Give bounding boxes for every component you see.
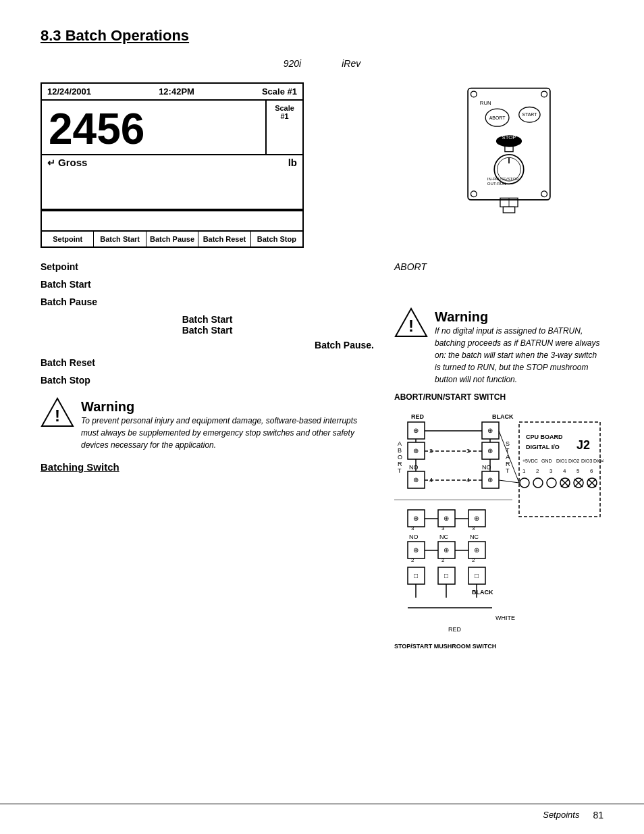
svg-text:+5VDC: +5VDC	[522, 459, 538, 463]
subtitle-irev: iRev	[342, 58, 360, 69]
right-column: RUN ABORT START STOP IN-PAUSE/STOP OUT-R…	[414, 82, 603, 248]
svg-text:GND: GND	[541, 459, 552, 463]
abort-label: ABORT	[394, 261, 603, 272]
batch-start-label: Batch Start	[41, 279, 374, 290]
scale-tag-label: Scale	[275, 104, 294, 112]
svg-text:STOP/START MUSHROOM SWITCH: STOP/START MUSHROOM SWITCH	[394, 643, 496, 650]
page: 8.3 Batch Operations 920i iRev 12/24/200…	[0, 0, 644, 834]
svg-text:3: 3	[441, 525, 445, 531]
svg-text:START: START	[522, 112, 537, 117]
display-buttons: Setpoint Batch Start Batch Pause Batch R…	[42, 230, 302, 246]
batch-start-center-bold2: Batch Start	[41, 325, 374, 336]
device-diagram: RUN ABORT START STOP IN-PAUSE/STOP OUT-R…	[441, 82, 576, 217]
svg-text:⊕: ⊕	[413, 546, 419, 554]
svg-text:DIO1: DIO1	[556, 459, 567, 463]
circuit-svg: RED BLACK ⊕ ⊕ A B O R T S	[394, 405, 603, 662]
svg-text:□: □	[475, 572, 479, 579]
batch-reset-desc: Batch Reset	[41, 357, 374, 368]
display-panel: 12/24/2001 12:42PM Scale #1 2456 Scale #…	[41, 82, 304, 248]
svg-text:BLACK: BLACK	[472, 589, 493, 596]
warning-left-header: Warning	[81, 396, 374, 415]
svg-text:4: 4	[563, 468, 566, 474]
svg-text:RED: RED	[411, 413, 425, 420]
display-scale: Scale #1	[262, 86, 297, 97]
warning-right-text: If no digital input is assigned to BATRU…	[435, 325, 603, 386]
footer-label: Setpoints	[543, 810, 579, 820]
warning-right-inner: Warning If no digital input is assigned …	[435, 306, 603, 386]
svg-text:⊕: ⊕	[487, 427, 493, 434]
svg-text:□: □	[414, 572, 418, 579]
subtitle-row: 920i iRev	[41, 58, 603, 69]
svg-text:1: 1	[522, 468, 526, 474]
svg-point-119	[533, 478, 543, 488]
batch-stop-label: Batch Stop	[41, 375, 374, 386]
scale-tag-number: #1	[280, 112, 288, 120]
svg-point-118	[520, 478, 529, 488]
display-header: 12/24/2001 12:42PM Scale #1	[42, 84, 302, 101]
main-content: 12/24/2001 12:42PM Scale #1 2456 Scale #…	[41, 82, 603, 248]
display-unit: lb	[288, 157, 297, 168]
svg-point-3	[471, 191, 477, 197]
svg-text:OUT-RUN: OUT-RUN	[487, 181, 506, 186]
setpoint-button[interactable]: Setpoint	[42, 232, 94, 246]
display-time: 12:42PM	[159, 86, 194, 97]
svg-text:T: T	[398, 467, 402, 474]
batch-start-center-bold1: Batch Start	[41, 314, 374, 325]
circuit-title: ABORT/RUN/START SWITCH	[394, 392, 603, 402]
two-col-section: Setpoint Batch Start Batch Pause Batch S…	[41, 261, 603, 664]
svg-text:⊕: ⊕	[444, 546, 449, 554]
warning-left-box: ! Warning To prevent personal injury and…	[41, 396, 374, 451]
svg-rect-20	[503, 207, 514, 213]
svg-text:⊕: ⊕	[474, 515, 479, 522]
display-middle-area	[42, 170, 302, 210]
svg-text:⊕: ⊕	[413, 476, 419, 484]
batch-stop-button[interactable]: Batch Stop	[251, 232, 302, 246]
svg-text:RUN: RUN	[480, 100, 491, 106]
warning-right-icon: !	[394, 306, 428, 342]
svg-text:RED: RED	[448, 626, 462, 633]
svg-text:NC: NC	[470, 533, 479, 540]
svg-text:J2: J2	[576, 438, 590, 452]
display-blank-row	[42, 210, 302, 230]
svg-text:NO: NO	[409, 533, 419, 540]
svg-text:O: O	[398, 454, 402, 461]
svg-text:3: 3	[411, 525, 414, 531]
warning-right-label: Warning	[435, 309, 488, 325]
svg-text:3: 3	[549, 468, 553, 474]
svg-text:DIGITAL I/O: DIGITAL I/O	[526, 444, 560, 450]
section-title: 8.3 Batch Operations	[41, 27, 603, 45]
svg-text:DIO2: DIO2	[568, 459, 579, 463]
svg-text:3: 3	[472, 525, 475, 531]
svg-text:⊕: ⊕	[413, 447, 419, 454]
batch-start-button[interactable]: Batch Start	[94, 232, 146, 246]
svg-text:2: 2	[536, 468, 539, 474]
svg-text:⊕: ⊕	[487, 476, 493, 484]
svg-text:BLACK: BLACK	[492, 413, 514, 420]
svg-text:DIO4: DIO4	[593, 459, 603, 463]
svg-text:⊕: ⊕	[413, 427, 419, 434]
display-main: 2456 Scale #1	[42, 101, 302, 155]
svg-text:5: 5	[576, 468, 580, 474]
svg-text:R: R	[398, 461, 402, 467]
gross-label: ↵ Gross	[47, 157, 87, 168]
batch-reset-label: Batch Reset	[41, 357, 374, 368]
svg-text:STOP: STOP	[502, 134, 516, 140]
right-desc: ABORT ! Warning If no digital input is a…	[394, 261, 603, 664]
batching-switch-heading: Batching Switch	[41, 461, 374, 473]
svg-text:⊕: ⊕	[413, 515, 419, 522]
svg-text:NO: NO	[409, 464, 419, 471]
circuit-diagram: ABORT/RUN/START SWITCH RED BLACK ⊕ ⊕ A B	[394, 392, 603, 664]
svg-text:□: □	[444, 572, 448, 579]
svg-text:R: R	[506, 461, 510, 467]
svg-text:6: 6	[590, 468, 593, 474]
svg-text:⊕: ⊕	[444, 515, 449, 522]
batch-reset-button[interactable]: Batch Reset	[198, 232, 250, 246]
batch-pause-button[interactable]: Batch Pause	[146, 232, 198, 246]
svg-text:B: B	[398, 447, 402, 454]
svg-line-130	[499, 431, 519, 483]
display-number-area: 2456	[42, 101, 265, 154]
svg-text:!: !	[408, 317, 414, 335]
svg-text:DIO3: DIO3	[581, 459, 592, 463]
display-scale-tag: Scale #1	[265, 101, 302, 154]
batch-pause-right-text: Batch Pause.	[315, 340, 374, 350]
